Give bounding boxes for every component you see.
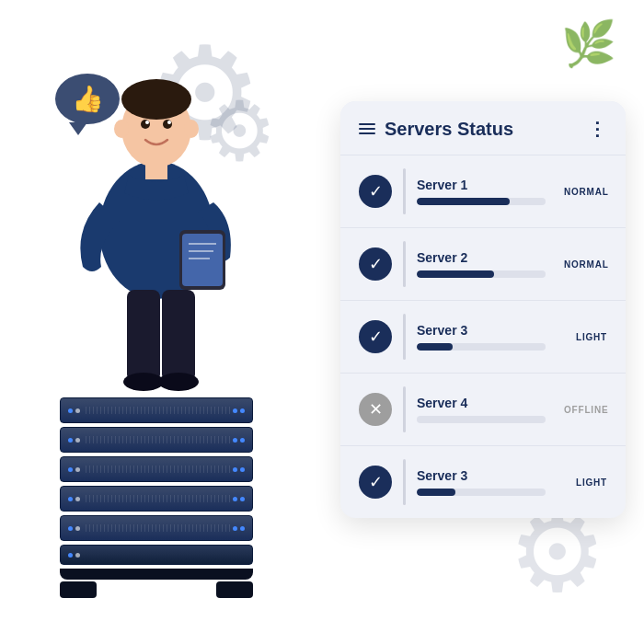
row-divider [403,386,406,432]
plant-decoration: 🌿 [561,18,616,70]
row-divider [403,168,406,214]
server-name: Server 4 [417,396,546,410]
svg-rect-5 [182,234,223,286]
progress-bar-fill [417,489,455,496]
svg-point-2 [121,79,191,120]
scene: ⚙ ⚙ ⚙ 🌿 👍 [0,0,644,644]
status-label: LIGHT [569,477,607,488]
server-info: Server 3 [417,468,558,496]
svg-rect-9 [127,290,160,382]
svg-point-14 [163,120,172,129]
progress-bar-fill [417,343,453,351]
svg-point-13 [141,120,150,129]
more-options-button[interactable]: ⋮ [588,118,607,140]
hamburger-line-2 [359,128,375,130]
server-name: Server 3 [417,323,558,338]
server-status-icon: ✕ [359,393,392,426]
server-row: ✓ Server 1 NORMAL [340,155,626,228]
server-name: Server 2 [417,250,546,265]
server-row: ✓ Server 2 NORMAL [340,228,626,301]
hamburger-icon [359,123,375,134]
svg-rect-10 [162,290,195,382]
progress-bar-background [417,489,546,496]
progress-bar-background [417,343,546,351]
server-info: Server 2 [417,250,546,278]
svg-point-12 [158,373,199,391]
progress-bar-background [417,416,546,423]
server-info: Server 1 [417,178,546,205]
server-info: Server 3 [417,323,558,351]
card-header: Servers Status ⋮ [340,101,626,155]
server-stack-illustration [60,397,253,598]
server-row: ✓ Server 3 LIGHT [340,301,626,374]
person-illustration [37,18,276,405]
server-status-icon: ✓ [359,320,392,353]
svg-point-17 [114,120,129,138]
card-body: ✓ Server 1 NORMAL ✓ Server 2 NORMAL ✓ [340,155,626,518]
status-card: Servers Status ⋮ ✓ Server 1 NORMAL ✓ Ser… [340,101,626,518]
hamburger-line-1 [359,123,375,125]
hamburger-line-3 [359,132,375,134]
server-name: Server 1 [417,178,546,192]
progress-bar-fill [417,270,494,278]
svg-point-15 [145,121,149,124]
row-divider [403,314,406,360]
status-label: OFFLINE [557,405,608,415]
server-row: ✕ Server 4 OFFLINE [340,374,626,446]
progress-bar-background [417,198,546,205]
server-status-icon: ✓ [359,247,392,281]
svg-rect-3 [145,161,167,179]
server-info: Server 4 [417,396,546,423]
progress-bar-background [417,270,546,278]
svg-point-16 [167,121,171,124]
status-label: LIGHT [569,332,607,342]
progress-bar-fill [417,198,510,205]
row-divider [403,459,406,505]
server-name: Server 3 [417,468,558,483]
card-title: Servers Status [385,119,513,140]
server-status-icon: ✓ [359,175,392,208]
server-status-icon: ✓ [359,466,392,499]
card-title-group: Servers Status [359,119,513,140]
status-label: NORMAL [557,259,609,270]
row-divider [403,241,406,287]
status-label: NORMAL [557,187,609,197]
svg-point-18 [184,120,199,138]
server-row: ✓ Server 3 LIGHT [340,446,626,518]
svg-point-11 [123,373,164,391]
